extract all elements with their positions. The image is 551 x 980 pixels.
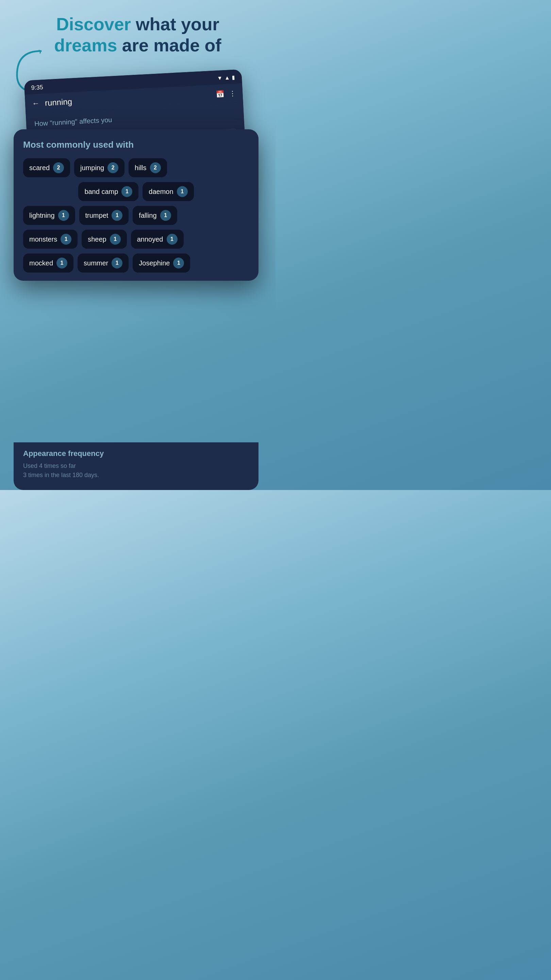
tag-annoyed[interactable]: annoyed 1 xyxy=(131,230,184,249)
headline-dreams: dreams xyxy=(54,35,117,55)
headline-what-your: what your xyxy=(131,14,219,34)
tag-label-jumping: jumping xyxy=(80,164,104,172)
tag-label-summer: summer xyxy=(84,259,108,267)
tag-daemon[interactable]: daemon 1 xyxy=(143,182,194,201)
tag-label-josephine: Josephine xyxy=(139,259,170,267)
tag-label-lightning: lightning xyxy=(29,212,55,220)
tag-count-hills: 2 xyxy=(150,162,161,173)
tag-count-lightning: 1 xyxy=(58,210,69,221)
battery-icon: ▮ xyxy=(232,74,235,81)
tag-mocked[interactable]: mocked 1 xyxy=(23,253,73,272)
tags-row-3: lightning 1 trumpet 1 falling 1 xyxy=(23,206,249,225)
status-icons: ▼ ▲ ▮ xyxy=(217,74,235,82)
tag-summer[interactable]: summer 1 xyxy=(78,253,129,272)
tag-count-falling: 1 xyxy=(160,210,171,221)
tag-count-mocked: 1 xyxy=(56,258,67,269)
tag-label-annoyed: annoyed xyxy=(137,235,163,243)
tags-row-5: mocked 1 summer 1 Josephine 1 xyxy=(23,253,249,272)
appearance-line1: Used 4 times so far xyxy=(23,461,249,471)
tag-label-falling: falling xyxy=(139,212,156,220)
back-button[interactable]: ← xyxy=(32,99,40,108)
tag-label-sheep: sheep xyxy=(88,235,106,243)
tag-trumpet[interactable]: trumpet 1 xyxy=(79,206,129,225)
tag-josephine[interactable]: Josephine 1 xyxy=(133,253,190,272)
tags-row-1: scared 2 jumping 2 hills 2 xyxy=(23,158,249,177)
tag-count-josephine: 1 xyxy=(173,258,184,269)
tag-count-scared: 2 xyxy=(53,162,64,173)
tag-sheep[interactable]: sheep 1 xyxy=(82,230,127,249)
tag-label-daemon: daemon xyxy=(149,188,173,196)
tag-label-mocked: mocked xyxy=(29,259,53,267)
tag-count-daemon: 1 xyxy=(177,186,188,197)
appearance-section: Appearance frequency Used 4 times so far… xyxy=(14,442,259,490)
tag-count-annoyed: 1 xyxy=(167,234,178,245)
tags-container: scared 2 jumping 2 hills 2 band camp 1 d… xyxy=(23,158,249,272)
tag-label-band-camp: band camp xyxy=(84,188,118,196)
tag-count-jumping: 2 xyxy=(108,162,118,173)
headline-are-made: are made of xyxy=(117,35,221,55)
tag-count-summer: 1 xyxy=(111,258,122,269)
tag-label-hills: hills xyxy=(135,164,146,172)
tag-hills[interactable]: hills 2 xyxy=(129,158,167,177)
headline-discover: Discover xyxy=(56,14,131,34)
tags-row-4: monsters 1 sheep 1 annoyed 1 xyxy=(23,230,249,249)
more-options-icon[interactable]: ⋮ xyxy=(229,89,236,97)
tag-scared[interactable]: scared 2 xyxy=(23,158,70,177)
tag-label-monsters: monsters xyxy=(29,235,57,243)
appearance-line2: 3 times in the last 180 days. xyxy=(23,471,249,480)
tag-jumping[interactable]: jumping 2 xyxy=(74,158,124,177)
tag-count-monsters: 1 xyxy=(60,234,71,245)
tag-label-scared: scared xyxy=(29,164,50,172)
tag-label-trumpet: trumpet xyxy=(86,212,108,220)
tags-row-2: band camp 1 daemon 1 xyxy=(23,182,249,201)
tag-falling[interactable]: falling 1 xyxy=(133,206,177,225)
most-used-with-title: Most commonly used with xyxy=(23,140,249,150)
tag-monsters[interactable]: monsters 1 xyxy=(23,230,78,249)
tag-count-band-camp: 1 xyxy=(121,186,132,197)
status-time: 9:35 xyxy=(31,84,43,92)
toolbar-action-icons: 📅 ⋮ xyxy=(216,89,236,98)
calendar-icon[interactable]: 📅 xyxy=(216,89,224,98)
appearance-title: Appearance frequency xyxy=(23,449,249,458)
tag-count-sheep: 1 xyxy=(110,234,121,245)
main-card: Most commonly used with scared 2 jumping… xyxy=(14,129,259,281)
tag-count-trumpet: 1 xyxy=(111,210,122,221)
tag-band-camp[interactable]: band camp 1 xyxy=(78,182,138,201)
tag-lightning[interactable]: lightning 1 xyxy=(23,206,75,225)
wifi-icon: ▼ xyxy=(217,75,223,81)
signal-icon: ▲ xyxy=(224,75,230,81)
